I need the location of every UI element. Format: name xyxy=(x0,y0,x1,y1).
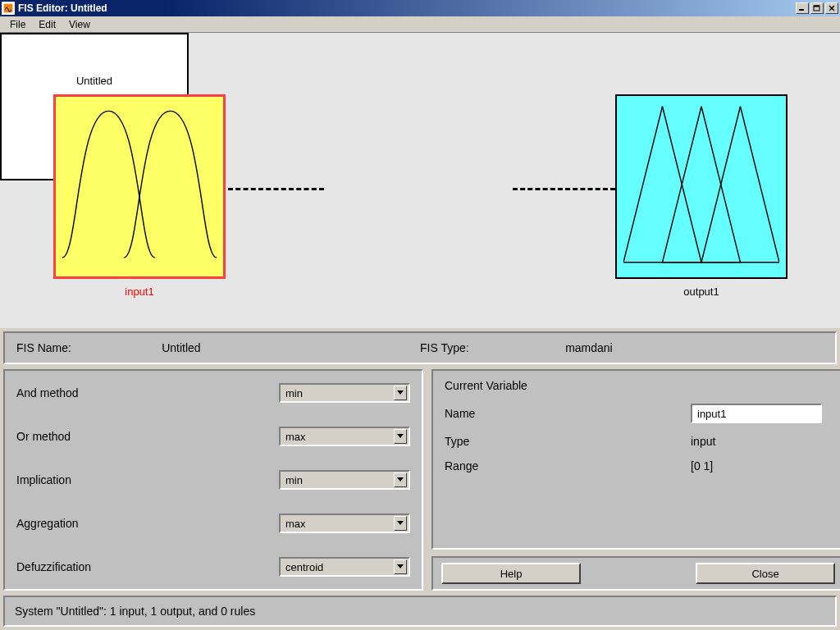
fis-type-value: mamdani xyxy=(565,341,824,354)
minimize-button[interactable] xyxy=(796,2,809,14)
chevron-down-icon xyxy=(394,516,407,531)
current-variable-panel: Current Variable Name Type input Range [… xyxy=(431,369,840,550)
or-method-row: Or method max xyxy=(16,422,410,450)
svg-marker-8 xyxy=(397,477,404,482)
var-type-value: input xyxy=(691,435,832,448)
window-title: FIS Editor: Untitled xyxy=(18,2,796,14)
app-icon xyxy=(2,2,15,15)
menu-file[interactable]: File xyxy=(3,17,32,32)
fis-type-label: FIS Type: xyxy=(420,341,565,354)
implication-value: min xyxy=(285,474,303,486)
status-bar: System "Untitled": 1 input, 1 output, an… xyxy=(3,596,837,627)
svg-rect-0 xyxy=(4,4,13,13)
output-mf-icon xyxy=(623,103,779,267)
fis-name-label: FIS Name: xyxy=(16,341,162,354)
window-buttons xyxy=(796,2,838,14)
and-method-label: And method xyxy=(16,386,279,399)
aggregation-value: max xyxy=(285,518,306,530)
var-range-value: [0 1] xyxy=(691,459,832,472)
close-window-button[interactable] xyxy=(825,2,838,14)
var-type-label: Type xyxy=(445,435,691,448)
svg-marker-7 xyxy=(397,434,404,438)
input-mf-icon xyxy=(62,103,217,265)
var-name-label: Name xyxy=(445,407,691,420)
help-button[interactable]: Help xyxy=(441,563,581,584)
maximize-button[interactable] xyxy=(810,2,824,14)
status-text: System "Untitled": 1 input, 1 output, an… xyxy=(15,605,255,618)
defuzz-value: centroid xyxy=(285,561,323,573)
menubar: File Edit View xyxy=(0,16,840,33)
lower-panels: FIS Name: Untitled FIS Type: mamdani And… xyxy=(3,331,837,627)
right-column: Current Variable Name Type input Range [… xyxy=(431,369,840,591)
svg-marker-10 xyxy=(397,564,404,568)
settings-row: And method min Or method max Implication… xyxy=(3,369,837,591)
chevron-down-icon xyxy=(394,559,407,574)
titlebar: FIS Editor: Untitled xyxy=(0,0,840,16)
fis-info-panel: FIS Name: Untitled FIS Type: mamdani xyxy=(3,331,837,364)
current-variable-heading: Current Variable xyxy=(445,379,832,392)
aggregation-select[interactable]: max xyxy=(279,514,410,533)
and-method-select[interactable]: min xyxy=(279,383,410,403)
aggregation-row: Aggregation max xyxy=(16,509,410,537)
defuzz-label: Defuzzification xyxy=(16,560,279,573)
diagram-area: input1 Untitled (mamdani) output1 xyxy=(0,33,840,328)
input-variable-node[interactable] xyxy=(53,94,226,279)
connector-left xyxy=(228,188,324,190)
var-range-row: Range [0 1] xyxy=(445,459,832,472)
var-range-label: Range xyxy=(445,459,691,472)
chevron-down-icon xyxy=(394,429,407,444)
implication-row: Implication min xyxy=(16,466,410,494)
input-node-label: input1 xyxy=(53,285,226,298)
output-node-label: output1 xyxy=(615,285,788,298)
close-button[interactable]: Close xyxy=(696,563,835,584)
or-method-label: Or method xyxy=(16,430,279,443)
implication-label: Implication xyxy=(16,473,279,486)
chevron-down-icon xyxy=(394,386,407,400)
button-row: Help Close xyxy=(431,556,840,591)
connector-right xyxy=(513,188,615,190)
or-method-value: max xyxy=(285,431,306,443)
menu-view[interactable]: View xyxy=(62,17,97,32)
defuzz-row: Defuzzification centroid xyxy=(16,553,410,581)
chevron-down-icon xyxy=(394,472,407,487)
aggregation-label: Aggregation xyxy=(16,517,279,530)
or-method-select[interactable]: max xyxy=(279,427,410,446)
svg-marker-6 xyxy=(397,390,404,395)
and-method-row: And method min xyxy=(16,379,410,407)
svg-marker-9 xyxy=(397,521,404,525)
var-type-row: Type input xyxy=(445,435,832,448)
var-name-row: Name xyxy=(445,404,832,423)
implication-select[interactable]: min xyxy=(279,470,410,490)
menu-edit[interactable]: Edit xyxy=(32,17,62,32)
fis-name-value: Untitled xyxy=(162,341,420,354)
output-variable-node[interactable] xyxy=(615,94,788,279)
methods-panel: And method min Or method max Implication… xyxy=(3,369,423,591)
var-name-field[interactable] xyxy=(691,404,822,423)
defuzz-select[interactable]: centroid xyxy=(279,557,410,577)
and-method-value: min xyxy=(285,387,303,399)
system-name-text: Untitled xyxy=(76,75,112,87)
